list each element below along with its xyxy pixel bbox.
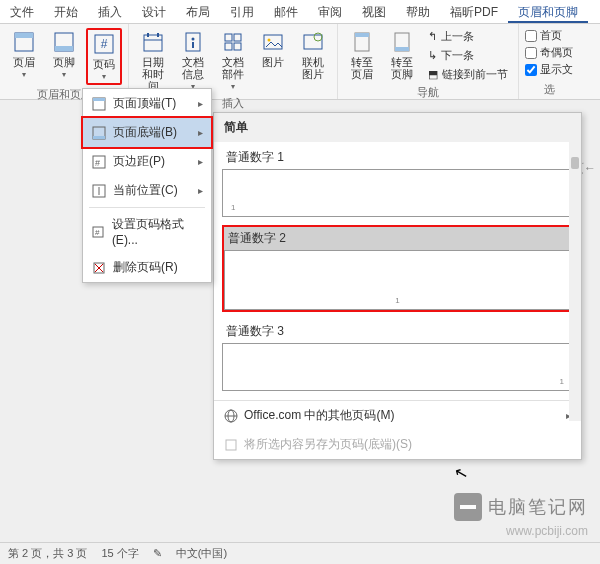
group-options: 首页 奇偶页 显示文 选 bbox=[519, 24, 579, 99]
page-top-icon bbox=[91, 96, 107, 112]
svg-rect-9 bbox=[157, 33, 159, 37]
menu-current-position[interactable]: 当前位置(C)▸ bbox=[83, 176, 211, 205]
svg-text:#: # bbox=[95, 228, 100, 237]
gallery-item-2[interactable]: 普通数字 2 1 bbox=[222, 225, 573, 312]
office-more-page-numbers[interactable]: Office.com 中的其他页码(M)▸ bbox=[214, 401, 581, 430]
svg-rect-12 bbox=[192, 42, 194, 48]
menu-format-page-number[interactable]: # 设置页码格式(E)... bbox=[83, 210, 211, 253]
page-bottom-gallery: 简单 普通数字 1 1 普通数字 2 1 普通数字 3 1 Office.com… bbox=[213, 112, 582, 460]
footer-icon bbox=[52, 30, 76, 54]
header-button[interactable]: 页眉▾ bbox=[6, 28, 42, 81]
svg-rect-22 bbox=[355, 33, 369, 37]
next-button[interactable]: ↳下一条 bbox=[424, 47, 512, 64]
page-bottom-icon bbox=[91, 125, 107, 141]
first-page-diff-checkbox[interactable]: 首页 bbox=[525, 28, 573, 43]
prev-icon: ↰ bbox=[428, 30, 437, 43]
date-time-icon bbox=[141, 30, 165, 54]
tab-references[interactable]: 引用 bbox=[220, 0, 264, 23]
page-margin-icon: # bbox=[91, 154, 107, 170]
svg-rect-13 bbox=[225, 34, 232, 41]
menu-page-top[interactable]: 页面顶端(T)▸ bbox=[83, 89, 211, 118]
svg-rect-3 bbox=[55, 46, 73, 51]
svg-rect-1 bbox=[15, 33, 33, 38]
goto-header-button[interactable]: 转至页眉 bbox=[344, 28, 380, 82]
link-prev-button[interactable]: ⬒链接到前一节 bbox=[424, 66, 512, 83]
menu-page-bottom[interactable]: 页面底端(B)▸ bbox=[81, 116, 213, 149]
tab-mail[interactable]: 邮件 bbox=[264, 0, 308, 23]
status-words[interactable]: 15 个字 bbox=[101, 546, 138, 561]
status-proofing-icon[interactable]: ✎ bbox=[153, 547, 162, 560]
page-number-icon: # bbox=[92, 32, 116, 56]
group-label-opt: 选 bbox=[544, 80, 555, 97]
watermark-url: www.pcbiji.com bbox=[454, 524, 588, 538]
gallery-header: 简单 bbox=[214, 113, 581, 142]
tab-file[interactable]: 文件 bbox=[0, 0, 44, 23]
header-icon bbox=[12, 30, 36, 54]
svg-rect-19 bbox=[304, 35, 322, 49]
tab-review[interactable]: 审阅 bbox=[308, 0, 352, 23]
menu-page-margin[interactable]: # 页边距(P)▸ bbox=[83, 147, 211, 176]
goto-footer-icon bbox=[390, 30, 414, 54]
svg-rect-8 bbox=[147, 33, 149, 37]
current-pos-icon bbox=[91, 183, 107, 199]
tab-help[interactable]: 帮助 bbox=[396, 0, 440, 23]
format-icon: # bbox=[91, 224, 106, 240]
svg-rect-14 bbox=[234, 34, 241, 41]
gallery-scrollbar[interactable] bbox=[569, 137, 581, 421]
tab-layout[interactable]: 布局 bbox=[176, 0, 220, 23]
svg-rect-28 bbox=[93, 136, 105, 139]
watermark: 电脑笔记网 www.pcbiji.com bbox=[454, 493, 588, 538]
chevron-right-icon: ▸ bbox=[198, 156, 203, 167]
tab-foxit[interactable]: 福昕PDF bbox=[440, 0, 508, 23]
group-navigation: 转至页眉 转至页脚 ↰上一条 ↳下一条 ⬒链接到前一节 导航 bbox=[338, 24, 519, 99]
doc-info-icon bbox=[181, 30, 205, 54]
picture-icon bbox=[261, 30, 285, 54]
svg-point-20 bbox=[314, 33, 322, 41]
menu-remove-page-number[interactable]: 删除页码(R) bbox=[83, 253, 211, 282]
tab-insert[interactable]: 插入 bbox=[88, 0, 132, 23]
online-picture-button[interactable]: 联机图片 bbox=[295, 28, 331, 82]
svg-text:#: # bbox=[101, 37, 108, 51]
tab-home[interactable]: 开始 bbox=[44, 0, 88, 23]
doc-parts-icon bbox=[221, 30, 245, 54]
picture-button[interactable]: 图片 bbox=[255, 28, 291, 70]
save-icon bbox=[224, 438, 238, 452]
gallery-item-3[interactable]: 普通数字 3 1 bbox=[222, 320, 573, 391]
svg-point-11 bbox=[192, 38, 195, 41]
show-text-checkbox[interactable]: 显示文 bbox=[525, 62, 573, 77]
page-number-button[interactable]: # 页码▾ bbox=[86, 28, 122, 85]
gallery-item-1[interactable]: 普通数字 1 1 bbox=[222, 146, 573, 217]
globe-icon bbox=[224, 409, 238, 423]
svg-rect-41 bbox=[226, 440, 236, 450]
footer-button[interactable]: 页脚▾ bbox=[46, 28, 82, 81]
remove-icon bbox=[91, 260, 107, 276]
chevron-right-icon: ▸ bbox=[198, 185, 203, 196]
page-number-menu: 页面顶端(T)▸ 页面底端(B)▸ # 页边距(P)▸ 当前位置(C)▸ # 设… bbox=[82, 88, 212, 283]
group-label-nav: 导航 bbox=[417, 83, 439, 100]
goto-footer-button[interactable]: 转至页脚 bbox=[384, 28, 420, 82]
next-icon: ↳ bbox=[428, 49, 437, 62]
online-picture-icon bbox=[301, 30, 325, 54]
watermark-title: 电脑笔记网 bbox=[488, 495, 588, 519]
tab-design[interactable]: 设计 bbox=[132, 0, 176, 23]
odd-even-diff-checkbox[interactable]: 奇偶页 bbox=[525, 45, 573, 60]
svg-text:#: # bbox=[95, 158, 100, 168]
svg-rect-6 bbox=[144, 35, 162, 51]
doc-parts-button[interactable]: 文档部件▾ bbox=[215, 28, 251, 93]
date-time-button[interactable]: 日期和时间 bbox=[135, 28, 171, 94]
gallery-scroll[interactable]: 普通数字 1 1 普通数字 2 1 普通数字 3 1 bbox=[214, 142, 581, 400]
link-icon: ⬒ bbox=[428, 68, 438, 81]
menu-separator bbox=[89, 207, 205, 208]
doc-info-button[interactable]: 文档信息▾ bbox=[175, 28, 211, 93]
tab-header-footer[interactable]: 页眉和页脚 bbox=[508, 0, 588, 23]
chevron-right-icon: ▸ bbox=[198, 127, 203, 138]
svg-rect-15 bbox=[225, 43, 232, 50]
svg-point-18 bbox=[268, 39, 271, 42]
tab-view[interactable]: 视图 bbox=[352, 0, 396, 23]
gallery-footer: Office.com 中的其他页码(M)▸ 将所选内容另存为页码(底端)(S) bbox=[214, 400, 581, 459]
status-bar: 第 2 页，共 3 页 15 个字 ✎ 中文(中国) bbox=[0, 542, 600, 564]
status-language[interactable]: 中文(中国) bbox=[176, 546, 227, 561]
prev-button[interactable]: ↰上一条 bbox=[424, 28, 512, 45]
status-page[interactable]: 第 2 页，共 3 页 bbox=[8, 546, 87, 561]
ribbon-tabs: 文件 开始 插入 设计 布局 引用 邮件 审阅 视图 帮助 福昕PDF 页眉和页… bbox=[0, 0, 600, 24]
